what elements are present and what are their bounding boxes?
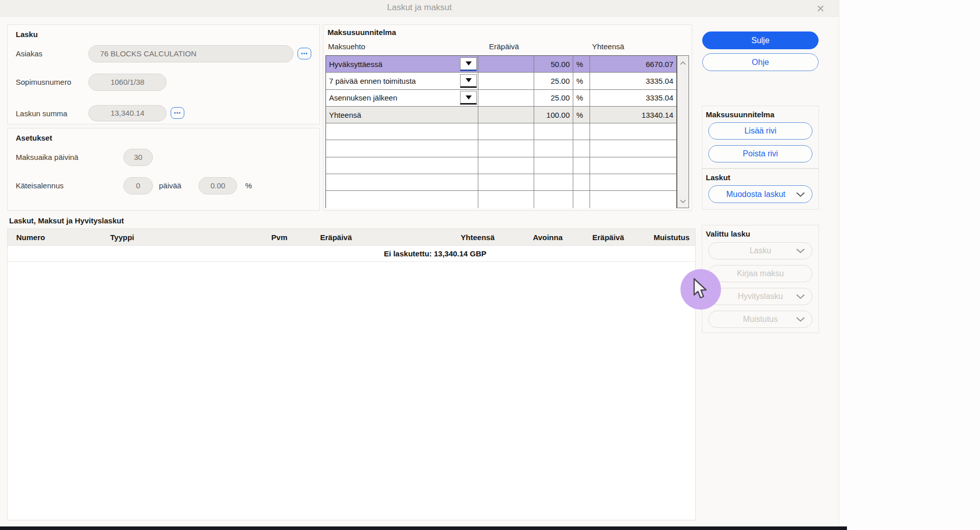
maksusuunnitelma-section-title: Maksusuunnitelma [328, 28, 396, 37]
maksuaika-field[interactable]: 30 [123, 149, 153, 166]
plan-duedate[interactable] [478, 73, 534, 89]
plan-term: Hyväksyttäessä [329, 60, 382, 69]
col-erapaiva: Eräpäivä [291, 229, 356, 246]
col-numero: Numero [8, 229, 102, 246]
laskut-ja-maksut-dialog: Laskut ja maksut ✕ Lasku Asiakas 76 BLOC… [0, 0, 839, 526]
plan-term: Asennuksen jälkeen [329, 93, 397, 102]
muistutus-button[interactable]: Muistutus [708, 311, 812, 328]
col-tyyppi: Tyyppi [102, 229, 214, 246]
chevron-down-icon [796, 317, 805, 322]
invoice-actions-title: Laskut [706, 173, 730, 182]
scroll-down-icon[interactable] [677, 196, 689, 206]
paivaa-label: päivää [159, 177, 181, 194]
plan-percent[interactable]: 25.00 [534, 90, 573, 106]
invoices-header-row: Numero Tyyppi Pvm Eräpäivä Yhteensä Avoi… [8, 229, 695, 246]
plan-pct-unit: % [573, 73, 590, 89]
muistutus-label: Muistutus [743, 315, 777, 324]
maksuaika-label: Maksuaika päivinä [16, 149, 78, 166]
plan-row[interactable]: Asennuksen jälkeen 25.00 % 3335.04 [326, 90, 676, 107]
asetukset-section: Asetukset Maksuaika päivinä 30 Käteisale… [7, 128, 320, 211]
plan-percent[interactable]: 25.00 [534, 73, 573, 89]
sopimusnumero-field[interactable]: 1060/1/38 [88, 74, 167, 91]
col-muistutus: Muistutus [628, 229, 696, 246]
asetukset-section-title: Asetukset [16, 134, 52, 142]
plan-col-erapaiva: Eräpäivä [489, 42, 519, 51]
lasku-button[interactable]: Lasku [708, 242, 812, 259]
invoices-empty-row: Ei laskutettu: 13,340.14 GBP [8, 246, 695, 262]
term-dropdown-icon[interactable] [460, 74, 477, 88]
ohje-button[interactable]: Ohje [702, 53, 819, 71]
maksusuunnitelma-section: Maksusuunnitelma Maksuehto Eräpäivä Yhte… [323, 24, 692, 211]
plan-pct-unit: % [573, 90, 590, 106]
plan-actions-title: Maksusuunnitelma [706, 110, 774, 119]
plan-term: 7 päivää ennen toimitusta [329, 77, 416, 85]
lasku-section-title: Lasku [16, 30, 38, 39]
kirjaa-maksu-button[interactable]: Kirjaa maksu [708, 265, 812, 282]
window-bottom-edge [0, 526, 847, 530]
chevron-down-icon [796, 248, 805, 253]
laskun-summa-field[interactable]: 13,340.14 [88, 105, 167, 121]
col-yhteensa: Yhteensä [356, 229, 499, 246]
dialog-title: Laskut ja maksut [0, 3, 839, 13]
plan-empty-row[interactable] [326, 140, 676, 157]
lasku-button-label: Lasku [749, 246, 771, 255]
selected-invoice-title: Valittu lasku [706, 229, 750, 238]
asiakas-field[interactable]: 76 BLOCKS CALCULATION [88, 45, 293, 62]
scroll-up-icon[interactable] [677, 58, 689, 67]
not-invoiced-message: Ei laskutettu: 13,340.14 GBP [384, 246, 486, 262]
background-area [839, 0, 980, 530]
plan-total-row: Yhteensä 100.00 % 13340.14 [326, 107, 676, 123]
muodosta-laskut-label: Muodosta laskut [726, 190, 795, 199]
plan-col-yhteensa: Yhteensä [592, 42, 624, 51]
plan-amount[interactable]: 6670.07 [590, 56, 676, 72]
plan-empty-row[interactable] [326, 191, 676, 208]
laskun-summa-ellipsis-icon[interactable]: ••• [171, 107, 184, 119]
plan-total-label: Yhteensä [329, 111, 361, 119]
asiakas-ellipsis-icon[interactable]: ••• [298, 48, 311, 59]
kirjaa-maksu-label: Kirjaa maksu [737, 269, 783, 278]
plan-total-percent: 100.00 [534, 107, 573, 123]
mouse-cursor-icon [693, 278, 708, 303]
col-avoinna: Avoinna [499, 229, 567, 246]
close-icon[interactable]: ✕ [811, 1, 830, 16]
col-pvm: Pvm [214, 229, 291, 246]
plan-duedate[interactable] [478, 56, 534, 72]
dialog-titlebar: Laskut ja maksut ✕ [0, 0, 839, 17]
plan-total-amount: 13340.14 [590, 107, 676, 123]
col-erapaiva-2: Eräpäivä [567, 229, 628, 246]
plan-amount[interactable]: 3335.04 [590, 73, 676, 89]
plan-empty-row[interactable] [326, 157, 676, 174]
plan-total-pct-unit: % [573, 107, 590, 123]
plan-empty-row[interactable] [326, 123, 676, 140]
invoices-section-title: Laskut, Maksut ja Hyvityslaskut [9, 216, 124, 225]
invoices-table: Numero Tyyppi Pvm Eräpäivä Yhteensä Avoi… [7, 228, 696, 520]
kateisalennus-label: Käteisalennus [16, 177, 63, 194]
sopimusnumero-label: Sopimusnumero [16, 74, 71, 91]
hyvityslasku-button[interactable]: Hyvityslasku [708, 288, 812, 305]
plan-scrollbar[interactable] [677, 55, 689, 208]
plan-duedate[interactable] [478, 90, 534, 106]
plan-table: Hyväksyttäessä 50.00 % 6670.07 7 päivää … [325, 55, 677, 208]
chevron-down-icon [796, 192, 805, 197]
sulje-button[interactable]: Sulje [702, 31, 819, 49]
plan-empty-row[interactable] [326, 174, 676, 191]
kateisalennus-pct-field[interactable]: 0.00 [199, 177, 237, 194]
lasku-section: Lasku Asiakas 76 BLOCKS CALCULATION ••• … [7, 24, 320, 124]
lisaa-rivi-button[interactable]: Lisää rivi [708, 122, 812, 140]
plan-pct-unit: % [573, 56, 590, 72]
plan-amount[interactable]: 3335.04 [590, 90, 676, 106]
kateisalennus-days-field[interactable]: 0 [123, 177, 153, 194]
laskun-summa-label: Laskun summa [16, 105, 68, 122]
asiakas-label: Asiakas [16, 45, 43, 62]
term-dropdown-icon[interactable] [460, 91, 477, 105]
plan-row[interactable]: 7 päivää ennen toimitusta 25.00 % 3335.0… [326, 73, 676, 89]
hyvityslasku-label: Hyvityslasku [738, 292, 783, 301]
poista-rivi-button[interactable]: Poista rivi [708, 145, 812, 162]
chevron-down-icon [796, 294, 805, 299]
pct-symbol-label: % [245, 177, 252, 194]
plan-percent[interactable]: 50.00 [534, 56, 573, 72]
plan-col-maksuehto: Maksuehto [328, 42, 365, 51]
plan-row-selected[interactable]: Hyväksyttäessä 50.00 % 6670.07 [326, 56, 676, 73]
term-dropdown-icon[interactable] [460, 57, 477, 71]
muodosta-laskut-button[interactable]: Muodosta laskut [708, 185, 812, 203]
